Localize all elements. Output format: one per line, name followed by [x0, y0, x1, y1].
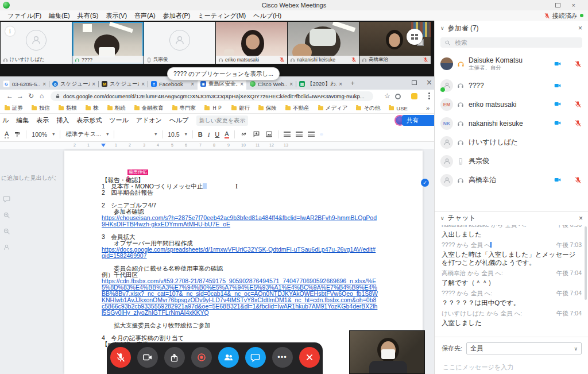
participant-row[interactable]: NK nakanishi keisuke [435, 114, 588, 133]
browser-tab[interactable]: o スケジュール × [49, 78, 98, 90]
participant-row[interactable]: Daisuke Komatsu 主催者、自分 [435, 52, 588, 76]
video-tile[interactable]: 呉宗俊 [144, 22, 215, 64]
bookmark-folder[interactable]: 株 [86, 105, 99, 112]
bookmark-folder[interactable]: USE [389, 105, 408, 111]
participant-row[interactable]: 呉宗俊 [435, 152, 588, 171]
reload-button[interactable]: ↻ [28, 92, 34, 100]
doc-link[interactable]: https://chouseisan.com/s?h=2875e7f70eeb4… [102, 215, 378, 228]
new-tab-button[interactable]: + [348, 79, 357, 88]
close-tab-icon[interactable]: × [289, 81, 293, 87]
chrome-close-button[interactable]: × [427, 78, 432, 88]
menu-audio[interactable]: 音声(A) [134, 11, 156, 20]
close-tab-icon[interactable]: × [92, 81, 95, 87]
bookmark-folder[interactable]: その他 [356, 105, 380, 112]
menu-participants[interactable]: 参加者(P) [163, 11, 191, 20]
bookmark-folder[interactable]: 銀行 [231, 105, 250, 112]
search-input[interactable] [454, 38, 578, 47]
record-button[interactable] [191, 347, 212, 368]
zoom-in-icon[interactable] [3, 210, 10, 220]
leave-meeting-button[interactable] [299, 347, 320, 368]
close-tab-icon[interactable]: × [42, 81, 46, 87]
save-to-select[interactable]: 全員 ∨ [466, 342, 582, 354]
docs-menu-file[interactable]: ル [2, 116, 9, 125]
docs-menu-edit[interactable]: 編集 [16, 116, 29, 125]
docs-menu-addons[interactable]: アドオン [136, 116, 162, 125]
select-tool-icon[interactable] [3, 242, 10, 252]
close-window-button[interactable]: × [572, 0, 575, 10]
chevron-down-icon[interactable]: ∨ [440, 25, 444, 31]
close-tab-icon[interactable]: × [339, 81, 342, 87]
chevron-down-icon[interactable]: ∨ [440, 215, 444, 221]
bookmark-folder[interactable]: 不動産 [285, 105, 310, 112]
docs-menu-view[interactable]: 表示 [36, 116, 49, 125]
text-color-button[interactable]: A [225, 130, 229, 138]
video-tile[interactable]: 高橋幸治 [359, 22, 431, 64]
align-left-button[interactable] [284, 132, 291, 137]
info-icon[interactable]: i [5, 26, 15, 36]
bookmark-folder[interactable]: 専門家 [172, 105, 196, 112]
menu-file[interactable]: ファイル(F) [7, 11, 41, 20]
paragraph-style-select[interactable]: 標準テキス... [65, 130, 101, 138]
bookmark-folder[interactable]: 投信 [32, 105, 50, 112]
browser-tab[interactable]: G 03-6205-5... × [0, 78, 49, 90]
close-chat-icon[interactable]: × [579, 214, 583, 222]
doc-link[interactable]: https://docs.google.com/spreadsheets/d/1… [102, 246, 378, 259]
font-size-select[interactable]: 10.5 [168, 131, 179, 138]
bookmark-folder[interactable]: 指標 [59, 105, 77, 112]
align-right-button[interactable] [308, 132, 315, 137]
bookmarks-overflow-icon[interactable]: » [426, 105, 430, 111]
new-changes-chip[interactable]: 新しい変更を表示 [196, 115, 249, 126]
forward-button[interactable]: → [17, 92, 24, 100]
bookmark-folder[interactable]: 金融教育 [134, 105, 164, 112]
home-button[interactable]: ⌂ [40, 92, 44, 100]
close-participants-icon[interactable]: × [578, 24, 582, 32]
docs-menu-tools[interactable]: ツール [109, 116, 129, 125]
chat-messages[interactable]: nakanishi keisuke から 全員 へ:午後 6:50 入出しました… [435, 225, 588, 337]
back-button[interactable]: ← [6, 92, 13, 100]
docs-share-button[interactable]: 共有 [402, 115, 436, 126]
mute-button[interactable] [110, 347, 131, 368]
more-options-button[interactable]: ••• [272, 347, 293, 368]
close-tab-icon[interactable]: × [191, 81, 194, 87]
add-comment-icon[interactable] [253, 130, 260, 138]
address-bar[interactable]: docs.google.com/document/d/12ElumF4BA6g5… [51, 91, 373, 101]
comment-tool-icon[interactable] [3, 194, 10, 204]
maximize-button[interactable] [555, 3, 560, 7]
participant-row[interactable]: EM eriko matsusaki [435, 95, 588, 114]
bookmark-folder[interactable]: 保険 [258, 105, 277, 112]
bookmark-folder[interactable]: メディア [318, 105, 348, 112]
bold-button[interactable]: B [198, 131, 203, 138]
underline-button[interactable]: U [215, 131, 219, 138]
zoom-out-icon[interactable] [3, 226, 10, 236]
paint-format-icon[interactable] [14, 131, 21, 138]
participants-button[interactable] [218, 347, 239, 368]
align-center-button[interactable] [296, 132, 303, 137]
docs-menu-help[interactable]: ヘルプ [169, 116, 189, 125]
menu-share[interactable]: 共有(S) [78, 11, 99, 20]
insert-link-icon[interactable] [240, 130, 247, 138]
participant-row[interactable]: 高橋幸治 [435, 171, 588, 190]
menu-help[interactable]: ヘルプ(H) [253, 11, 281, 20]
share-screen-button[interactable] [164, 347, 185, 368]
chat-input[interactable] [442, 363, 584, 371]
bookmark-star-icon[interactable]: ☆ [384, 92, 390, 100]
docs-menu-format[interactable]: 表示形式 [76, 116, 102, 125]
doc-link[interactable]: https://cdn.fbsbx.com/v/t59.2708-21/8745… [102, 278, 378, 316]
close-tab-icon[interactable]: × [240, 81, 243, 87]
video-tile[interactable]: nakanishi keisuke [288, 22, 359, 64]
extension-icon[interactable] [411, 93, 417, 99]
zoom-select[interactable]: 100% [32, 131, 47, 138]
chat-button[interactable] [245, 347, 266, 368]
menu-edit[interactable]: 編集(E) [49, 11, 70, 20]
insert-image-icon[interactable] [265, 130, 273, 138]
bookmark-folder[interactable]: ＨＰ [204, 105, 223, 112]
docs-menu-insert[interactable]: 挿入 [56, 116, 69, 125]
extension-icon[interactable] [395, 94, 401, 99]
camera-button[interactable] [137, 347, 158, 368]
video-tile[interactable]: eriko matsusaki [216, 22, 287, 64]
browser-tab[interactable]: ▦ 【2020】わん... × [296, 78, 345, 90]
participant-row[interactable]: けいすけしばた [435, 133, 588, 152]
italic-button[interactable]: I [208, 131, 210, 138]
menu-view[interactable]: 表示(V) [106, 11, 127, 20]
participant-row[interactable]: ???? [435, 76, 588, 95]
